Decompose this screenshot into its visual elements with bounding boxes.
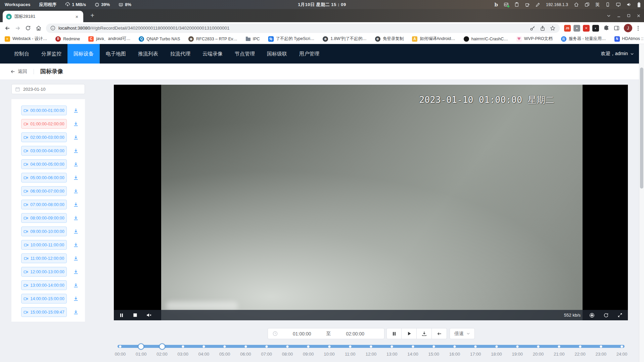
playback-speed-select[interactable]: 倍速 <box>450 328 475 339</box>
player-refresh-icon[interactable] <box>603 313 609 318</box>
segment-download-button[interactable] <box>73 296 79 301</box>
nav-item-8[interactable]: 节点管理 <box>229 44 261 64</box>
bookmark-item[interactable]: RRedmine <box>55 36 80 42</box>
tab-close-icon[interactable]: × <box>74 13 80 19</box>
site-info-icon[interactable] <box>50 26 55 31</box>
segment-button[interactable]: 08:00:00-09:00:00 <box>21 213 67 223</box>
timeline-range-handle[interactable] <box>138 343 144 350</box>
new-tab-button[interactable]: + <box>88 11 97 20</box>
extensions-puzzle-icon[interactable] <box>602 24 611 33</box>
ext-json-icon[interactable]: JS <box>564 25 571 32</box>
segment-download-button[interactable] <box>73 189 79 194</box>
page-scrollbar[interactable] <box>639 44 644 362</box>
reload-button[interactable] <box>24 24 33 33</box>
segment-download-button[interactable] <box>73 229 79 234</box>
bookmark-item[interactable]: ⊕1.8W字|了不起的… <box>323 36 366 42</box>
ext-dark-icon[interactable]: ◐ <box>592 25 599 32</box>
range-start-value[interactable]: 01:00:00 <box>278 331 326 336</box>
password-key-icon[interactable] <box>530 26 535 31</box>
back-link[interactable]: 返回 <box>10 69 27 75</box>
workspaces-button[interactable]: Workspaces <box>5 2 30 7</box>
nav-item-9[interactable]: 国标级联 <box>261 44 293 64</box>
segment-download-button[interactable] <box>73 202 79 207</box>
forward-button[interactable] <box>13 24 22 33</box>
bookmark-item[interactable]: Cjava、android可… <box>88 36 130 42</box>
ext-blocker-icon[interactable]: ✕ <box>583 25 590 32</box>
nav-item-5[interactable]: 推流列表 <box>132 44 164 64</box>
video-player[interactable]: 2023-01-10 01:00:00 星期二 552 kb/s <box>114 85 628 320</box>
range-end-value[interactable]: 02:00:00 <box>331 331 380 336</box>
segment-download-button[interactable] <box>73 108 79 113</box>
nav-item-6[interactable]: 拉流代理 <box>164 44 196 64</box>
segment-button-active[interactable]: 01:00:00-02:00:00 <box>21 119 67 129</box>
segment-download-button[interactable] <box>73 310 79 315</box>
address-bar[interactable]: localhost:38080/#/gbRecordDetail/3402000… <box>46 24 560 33</box>
bookmark-item[interactable]: QQNAP Turbo NAS <box>139 36 180 42</box>
home-tray-icon[interactable] <box>574 2 579 7</box>
segment-button[interactable]: 07:00:00-08:00:00 <box>21 200 67 209</box>
segment-button[interactable]: 00:00:00-01:00:00 <box>21 106 67 115</box>
bookmark-item[interactable]: ≡Webstack - 设计… <box>5 36 47 42</box>
segment-download-button[interactable] <box>73 162 79 167</box>
bookmark-item[interactable]: ◉RFC2833 – RTP Ev… <box>188 36 237 42</box>
bookmark-item[interactable]: hairrrrr/C-CrashC… <box>464 36 508 42</box>
ime-indicator[interactable]: 英 <box>595 2 600 8</box>
bookmark-item[interactable]: IPC <box>246 37 260 41</box>
clipboard-tray-icon[interactable] <box>514 2 519 7</box>
battery-tray-icon[interactable] <box>637 2 641 7</box>
profile-avatar[interactable]: J <box>624 24 632 32</box>
workspaces-switcher-icon[interactable] <box>585 2 590 7</box>
player-stop-icon[interactable] <box>133 313 137 317</box>
seek-back-button[interactable] <box>432 328 447 339</box>
timeline-range-handle[interactable] <box>159 343 165 350</box>
segment-button[interactable]: 12:00:00-13:00:00 <box>21 267 67 277</box>
share-icon[interactable] <box>540 26 545 31</box>
segment-download-button[interactable] <box>73 135 79 140</box>
player-pause-icon[interactable] <box>119 313 124 318</box>
side-panel-icon[interactable] <box>612 24 621 33</box>
segment-download-button[interactable] <box>73 256 79 261</box>
segment-download-button[interactable] <box>73 215 79 221</box>
fullscreen-icon[interactable] <box>617 313 623 318</box>
applications-menu[interactable]: 应用程序 <box>39 2 56 8</box>
nav-item-3[interactable]: 国标设备 <box>67 44 100 64</box>
segment-download-button[interactable] <box>73 242 79 248</box>
ext-cookie-icon[interactable]: ● <box>573 25 580 32</box>
segment-download-button[interactable] <box>73 121 79 127</box>
pause-button[interactable] <box>386 328 402 339</box>
back-button[interactable] <box>3 24 12 33</box>
url-text[interactable]: localhost:38080/#/gbRecordDetail/3402000… <box>58 26 527 31</box>
bookmark-item[interactable]: ⊕免登录复制 <box>375 36 404 42</box>
nav-item-10[interactable]: 用户管理 <box>293 44 325 64</box>
bookmark-item[interactable]: 知了不起的 TypeScri… <box>268 36 315 42</box>
segment-button[interactable]: 04:00:00-05:00:00 <box>21 159 67 169</box>
nav-item-4[interactable]: 电子地图 <box>100 44 132 64</box>
ip-address-indicator[interactable]: 192.168.1.3 <box>546 2 568 7</box>
play-button[interactable] <box>402 328 417 339</box>
user-menu[interactable]: 欢迎，admin <box>601 51 634 57</box>
browser-tab[interactable]: ◈ 国标28181 × <box>3 11 83 22</box>
display-tray-icon[interactable] <box>616 2 621 7</box>
segment-button[interactable]: 05:00:00-06:00:00 <box>21 173 67 183</box>
segment-button[interactable]: 11:00:00-12:00:00 <box>21 253 67 263</box>
tab-search-icon[interactable] <box>607 14 611 18</box>
system-clock[interactable]: 1月10日 星期二 15：09 <box>298 2 346 8</box>
window-close-icon[interactable] <box>637 14 641 18</box>
bing-tray-icon[interactable]: b <box>494 2 498 8</box>
screenshot-tray-icon[interactable] <box>504 2 509 7</box>
nav-item-2[interactable]: 分屏监控 <box>35 44 67 64</box>
segment-download-button[interactable] <box>73 269 79 275</box>
bookmark-item[interactable]: ΨWVP-PRO文档 <box>516 36 553 42</box>
date-picker-input[interactable]: 2023-01-10 <box>11 84 85 94</box>
segment-button[interactable]: 06:00:00-07:00:00 <box>21 186 67 196</box>
segment-button[interactable]: 14:00:00-15:00:00 <box>21 294 67 304</box>
window-maximize-icon[interactable] <box>627 14 631 17</box>
download-button[interactable] <box>417 328 432 339</box>
phone-link-tray-icon[interactable] <box>605 2 610 7</box>
segment-button[interactable]: 13:00:00-14:00:00 <box>21 280 67 290</box>
window-minimize-icon[interactable] <box>617 14 621 18</box>
segment-button[interactable]: 15:00:00-15:09:47 <box>21 307 67 317</box>
segment-button[interactable]: 10:00:00-11:00:00 <box>21 240 67 250</box>
segment-button[interactable]: 02:00:00-03:00:00 <box>21 132 67 142</box>
segment-download-button[interactable] <box>73 148 79 154</box>
